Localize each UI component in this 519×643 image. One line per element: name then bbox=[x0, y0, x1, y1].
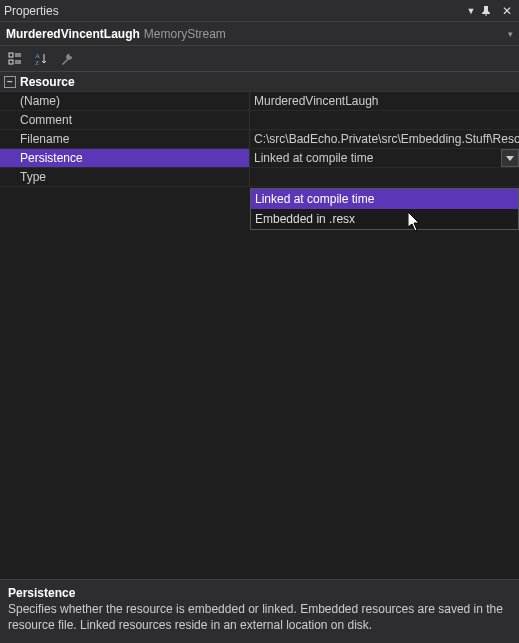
object-selector[interactable]: MurderedVincentLaugh MemoryStream ▾ bbox=[0, 22, 519, 46]
svg-rect-3 bbox=[9, 60, 13, 64]
property-row-type[interactable]: Type bbox=[0, 168, 519, 187]
category-row[interactable]: − Resource bbox=[0, 72, 519, 92]
property-row-name[interactable]: (Name) MurderedVincentLaugh bbox=[0, 92, 519, 111]
description-title: Persistence bbox=[8, 586, 511, 600]
dropdown-option[interactable]: Linked at compile time bbox=[251, 189, 518, 209]
description-text: Specifies whether the resource is embedd… bbox=[8, 602, 511, 633]
property-value[interactable]: Linked at compile time bbox=[250, 149, 519, 167]
property-label: (Name) bbox=[0, 92, 250, 110]
category-label: Resource bbox=[20, 75, 75, 89]
property-label: Persistence bbox=[0, 149, 250, 167]
collapse-icon[interactable]: − bbox=[4, 76, 16, 88]
property-label: Type bbox=[0, 168, 250, 186]
dropdown-option[interactable]: Embedded in .resx bbox=[251, 209, 518, 229]
categorized-icon[interactable] bbox=[4, 48, 26, 70]
window-controls: ▼ ✕ bbox=[463, 4, 515, 18]
object-type: MemoryStream bbox=[144, 27, 226, 41]
window-options-icon[interactable]: ▼ bbox=[463, 6, 479, 16]
close-icon[interactable]: ✕ bbox=[499, 4, 515, 18]
window-title: Properties bbox=[4, 4, 463, 18]
svg-rect-0 bbox=[9, 53, 13, 57]
dropdown-button-icon[interactable] bbox=[501, 149, 519, 167]
property-row-filename[interactable]: Filename C:\src\BadEcho.Private\src\Embe… bbox=[0, 130, 519, 149]
object-name: MurderedVincentLaugh bbox=[6, 27, 140, 41]
property-value-text: Linked at compile time bbox=[254, 151, 373, 165]
title-bar: Properties ▼ ✕ bbox=[0, 0, 519, 22]
property-label: Comment bbox=[0, 111, 250, 129]
description-panel: Persistence Specifies whether the resour… bbox=[0, 579, 519, 643]
property-value[interactable]: MurderedVincentLaugh bbox=[250, 92, 519, 110]
property-value[interactable] bbox=[250, 111, 519, 129]
property-row-persistence[interactable]: Persistence Linked at compile time bbox=[0, 149, 519, 168]
pin-icon[interactable] bbox=[481, 6, 497, 16]
properties-toolbar: A Z bbox=[0, 46, 519, 72]
property-grid: − Resource (Name) MurderedVincentLaugh C… bbox=[0, 72, 519, 579]
property-value[interactable] bbox=[250, 168, 519, 186]
object-dropdown-icon[interactable]: ▾ bbox=[508, 29, 513, 39]
property-row-comment[interactable]: Comment bbox=[0, 111, 519, 130]
svg-text:Z: Z bbox=[35, 59, 39, 66]
property-value[interactable]: C:\src\BadEcho.Private\src\Embedding.Stu… bbox=[250, 130, 519, 148]
persistence-dropdown[interactable]: Linked at compile time Embedded in .resx bbox=[250, 188, 519, 230]
wrench-icon[interactable] bbox=[56, 48, 78, 70]
alphabetical-icon[interactable]: A Z bbox=[30, 48, 52, 70]
property-label: Filename bbox=[0, 130, 250, 148]
